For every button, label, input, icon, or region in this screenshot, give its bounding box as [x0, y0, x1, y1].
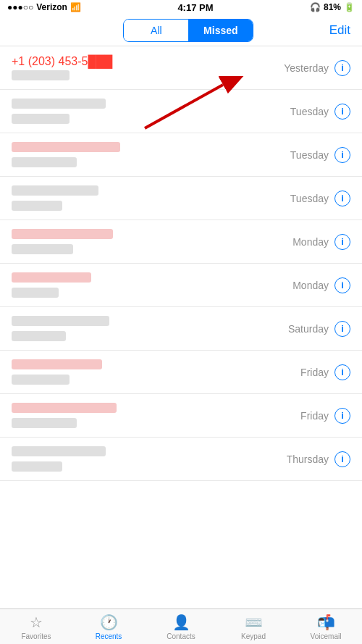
tab-favorites-label: Favorites: [21, 632, 51, 640]
call-meta: Tuesday i: [290, 191, 350, 206]
call-info: [12, 185, 290, 211]
status-carrier: ●●●○○ Verizon 📶: [7, 2, 81, 12]
call-meta: Monday i: [292, 234, 350, 250]
call-item: Saturday i: [0, 307, 362, 351]
segment-missed[interactable]: Missed: [188, 20, 253, 41]
call-item: +1 (203) 453-5███ Yesterday i: [0, 46, 362, 90]
call-date: Friday: [300, 410, 329, 422]
call-date: Thursday: [287, 453, 329, 465]
info-button[interactable]: i: [334, 191, 350, 206]
header: All Missed Edit: [0, 14, 362, 46]
call-info: [12, 272, 292, 298]
call-name-blur: [12, 229, 113, 239]
voicemail-icon: 📬: [317, 614, 335, 631]
call-sub-detail: [12, 288, 59, 298]
call-sub-detail: [12, 244, 73, 254]
headphone-icon: 🎧: [310, 2, 321, 12]
call-info: [12, 403, 300, 428]
call-date: Monday: [292, 280, 329, 291]
call-meta: Friday i: [300, 364, 350, 380]
call-list: +1 (203) 453-5███ Yesterday i Tuesday i …: [0, 46, 362, 609]
segment-control[interactable]: All Missed: [123, 19, 253, 42]
call-date: Tuesday: [290, 149, 329, 161]
call-date: Tuesday: [290, 193, 329, 204]
call-name: +1 (203) 453-5███: [12, 55, 284, 68]
status-bar: ●●●○○ Verizon 📶 4:17 PM 🎧 81% 🔋: [0, 0, 362, 14]
status-right: 🎧 81% 🔋: [310, 2, 355, 12]
call-item: Tuesday i: [0, 90, 362, 133]
call-sub-detail: [12, 418, 77, 428]
call-date: Friday: [300, 367, 329, 378]
call-name-blur: [12, 403, 117, 413]
status-time: 4:17 PM: [177, 2, 213, 13]
info-button[interactable]: i: [334, 451, 350, 467]
call-sub-detail: [12, 70, 70, 80]
call-meta: Tuesday i: [290, 104, 350, 120]
call-name-blur: [12, 142, 120, 152]
tab-contacts[interactable]: 👤 Contacts: [145, 614, 217, 640]
call-item: Tuesday i: [0, 133, 362, 177]
favorites-icon: ☆: [30, 614, 43, 631]
wifi-icon: 📶: [70, 2, 81, 12]
call-item: Monday i: [0, 264, 362, 307]
call-meta: Saturday i: [288, 321, 350, 337]
call-sub-detail: [12, 201, 62, 211]
call-name-blur: [12, 359, 102, 369]
call-date: Saturday: [288, 323, 329, 335]
tab-recents-label: Recents: [96, 632, 122, 640]
call-info: [12, 316, 288, 341]
call-name-blur: [12, 316, 109, 326]
call-name-blur: [12, 446, 106, 456]
call-item: Monday i: [0, 220, 362, 264]
tab-voicemail[interactable]: 📬 Voicemail: [290, 614, 362, 640]
tab-favorites[interactable]: ☆ Favorites: [0, 614, 72, 640]
info-button[interactable]: i: [334, 104, 350, 120]
call-meta: Tuesday i: [290, 147, 350, 163]
call-item: Friday i: [0, 394, 362, 438]
call-item: Thursday i: [0, 438, 362, 481]
call-sub-detail: [12, 157, 77, 167]
call-name-blur: [12, 272, 91, 283]
battery-percent: 81%: [324, 2, 341, 12]
call-info: [12, 359, 300, 385]
info-button[interactable]: i: [334, 147, 350, 163]
call-sub-detail: [12, 461, 62, 472]
call-meta: Yesterday i: [284, 60, 350, 76]
call-meta: Thursday i: [287, 451, 350, 467]
call-info: +1 (203) 453-5███: [12, 55, 284, 80]
tab-recents[interactable]: 🕐 Recents: [72, 614, 145, 640]
call-info: [12, 142, 290, 167]
call-info: [12, 99, 290, 124]
call-sub-detail: [12, 331, 66, 341]
recents-icon: 🕐: [100, 614, 118, 631]
call-item: Tuesday i: [0, 177, 362, 220]
call-meta: Monday i: [292, 277, 350, 293]
edit-button[interactable]: Edit: [329, 23, 350, 38]
call-info: [12, 229, 292, 254]
call-name-blur: [12, 99, 106, 109]
call-meta: Friday i: [300, 408, 350, 424]
tab-keypad[interactable]: ⌨️ Keypad: [217, 614, 290, 640]
info-button[interactable]: i: [334, 408, 350, 424]
tab-voicemail-label: Voicemail: [311, 632, 342, 640]
tab-contacts-label: Contacts: [167, 632, 195, 640]
call-date: Monday: [292, 236, 329, 248]
tab-keypad-label: Keypad: [241, 632, 266, 640]
call-sub-detail: [12, 375, 70, 385]
info-button[interactable]: i: [334, 277, 350, 293]
segment-all[interactable]: All: [124, 20, 188, 41]
info-button[interactable]: i: [334, 364, 350, 380]
info-button[interactable]: i: [334, 321, 350, 337]
call-info: [12, 446, 287, 472]
battery-icon: 🔋: [344, 2, 355, 12]
info-button[interactable]: i: [334, 234, 350, 250]
call-date: Yesterday: [284, 62, 329, 74]
call-sub-detail: [12, 114, 70, 124]
info-button[interactable]: i: [334, 60, 350, 76]
tab-bar: ☆ Favorites 🕐 Recents 👤 Contacts ⌨️ Keyp…: [0, 609, 362, 644]
call-item: Friday i: [0, 351, 362, 394]
keypad-icon: ⌨️: [245, 614, 263, 631]
signal-dots: ●●●○○: [7, 2, 33, 12]
contacts-icon: 👤: [172, 614, 190, 631]
call-date: Tuesday: [290, 106, 329, 117]
